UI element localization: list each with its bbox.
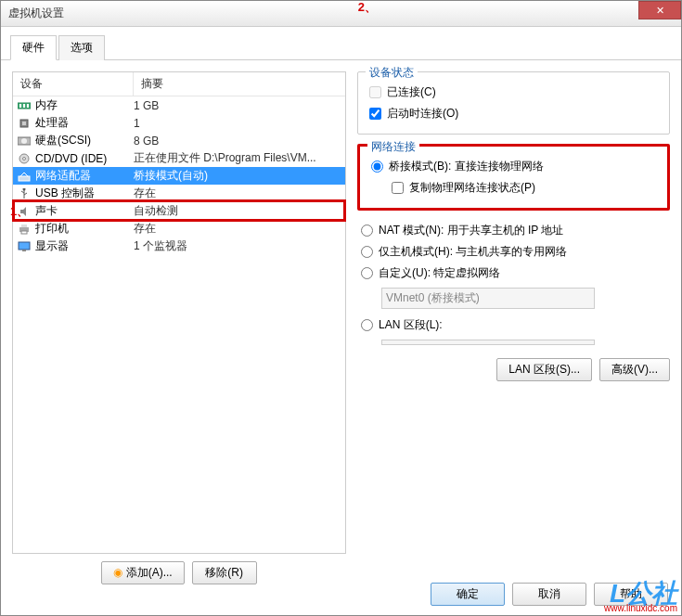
- right-pane: 2、 设备状态 已连接(C) 启动时连接(O) 网络连接 桥接模式(B): 直接…: [357, 71, 670, 587]
- cd-icon: [17, 152, 32, 165]
- tab-bar: 硬件 选项: [1, 27, 681, 60]
- cpu-icon: [17, 117, 32, 130]
- left-buttons: ◉ 添加(A)... 移除(R): [12, 561, 346, 584]
- vm-settings-window: 虚拟机设置 ✕ 硬件 选项 1、 设备 摘要 内存 1 GB 处理器 1: [0, 0, 682, 616]
- titlebar[interactable]: 虚拟机设置 ✕: [1, 1, 681, 27]
- device-row-network[interactable]: 网络适配器 桥接模式(自动): [13, 167, 345, 185]
- device-row-printer[interactable]: 打印机 存在: [13, 220, 345, 237]
- annotation-2: 2、: [358, 0, 377, 16]
- device-row-display[interactable]: 显示器 1 个监视器: [13, 237, 345, 255]
- add-button[interactable]: ◉ 添加(A)...: [101, 561, 184, 584]
- replicate-checkbox[interactable]: 复制物理网络连接状态(P): [392, 177, 656, 199]
- watermark-url: www.linuxidc.com: [604, 603, 677, 613]
- left-pane: 1、 设备 摘要 内存 1 GB 处理器 1 硬盘(SCSI) 8 GB: [12, 71, 346, 587]
- bridged-radio[interactable]: 桥接模式(B): 直接连接物理网络: [371, 156, 656, 177]
- svg-rect-15: [19, 242, 30, 250]
- svg-rect-1: [19, 104, 21, 108]
- device-list: 设备 摘要 内存 1 GB 处理器 1 硬盘(SCSI) 8 GB CD/DVD…: [12, 71, 346, 554]
- col-summary[interactable]: 摘要: [134, 72, 345, 96]
- printer-icon: [17, 223, 32, 236]
- custom-network-select[interactable]: VMnet0 (桥接模式): [381, 288, 595, 309]
- device-status-title: 设备状态: [366, 65, 418, 81]
- other-network-options: NAT 模式(N): 用于共享主机的 IP 地址 仅主机模式(H): 与主机共享…: [357, 220, 670, 345]
- hostonly-radio[interactable]: 仅主机模式(H): 与主机共享的专用网络: [361, 241, 666, 263]
- list-header: 设备 摘要: [13, 72, 345, 96]
- device-status-group: 设备状态 已连接(C) 启动时连接(O): [357, 71, 670, 135]
- lanseg-radio[interactable]: LAN 区段(L):: [361, 314, 666, 336]
- svg-rect-2: [23, 104, 25, 108]
- tab-hardware[interactable]: 硬件: [10, 35, 57, 60]
- annotation-1: 1、: [10, 203, 29, 220]
- device-row-cpu[interactable]: 处理器 1: [13, 114, 345, 132]
- custom-radio[interactable]: 自定义(U): 特定虚拟网络: [361, 263, 666, 284]
- nat-radio[interactable]: NAT 模式(N): 用于共享主机的 IP 地址: [361, 220, 666, 241]
- col-device[interactable]: 设备: [13, 72, 134, 96]
- ok-button[interactable]: 确定: [431, 583, 505, 606]
- tab-options[interactable]: 选项: [58, 35, 105, 60]
- lan-segments-button[interactable]: LAN 区段(S)...: [496, 358, 592, 381]
- device-row-memory[interactable]: 内存 1 GB: [13, 96, 345, 114]
- network-connection-title: 网络连接: [367, 139, 419, 155]
- svg-point-7: [21, 138, 27, 144]
- network-connection-group: 网络连接 桥接模式(B): 直接连接物理网络 复制物理网络连接状态(P): [357, 144, 670, 211]
- svg-rect-10: [19, 176, 30, 181]
- close-icon[interactable]: ✕: [638, 1, 681, 19]
- display-icon: [17, 240, 32, 253]
- svg-rect-14: [21, 231, 27, 234]
- dialog-body: 1、 设备 摘要 内存 1 GB 处理器 1 硬盘(SCSI) 8 GB: [1, 60, 681, 598]
- svg-rect-16: [22, 250, 26, 251]
- device-row-usb[interactable]: USB 控制器 存在: [13, 185, 345, 202]
- connect-on-start-checkbox[interactable]: 启动时连接(O): [369, 103, 658, 124]
- usb-icon: [17, 187, 32, 200]
- svg-rect-3: [27, 104, 29, 108]
- ram-icon: [17, 99, 32, 112]
- right-buttons: LAN 区段(S)... 高级(V)...: [357, 358, 670, 381]
- hdd-icon: [17, 135, 32, 148]
- cancel-button[interactable]: 取消: [512, 583, 586, 606]
- svg-rect-13: [21, 225, 27, 227]
- connected-checkbox[interactable]: 已连接(C): [369, 82, 658, 103]
- device-row-hdd[interactable]: 硬盘(SCSI) 8 GB: [13, 132, 345, 149]
- remove-button[interactable]: 移除(R): [192, 561, 257, 584]
- device-row-cd[interactable]: CD/DVD (IDE) 正在使用文件 D:\Program Files\VM.…: [13, 149, 345, 167]
- window-title: 虚拟机设置: [8, 6, 64, 21]
- network-icon: [17, 170, 32, 183]
- device-row-sound[interactable]: 声卡 自动检测: [13, 202, 345, 220]
- svg-point-11: [23, 188, 26, 191]
- advanced-button[interactable]: 高级(V)...: [599, 358, 670, 381]
- svg-rect-5: [22, 122, 26, 125]
- svg-point-9: [23, 157, 26, 160]
- lanseg-select[interactable]: [381, 340, 595, 345]
